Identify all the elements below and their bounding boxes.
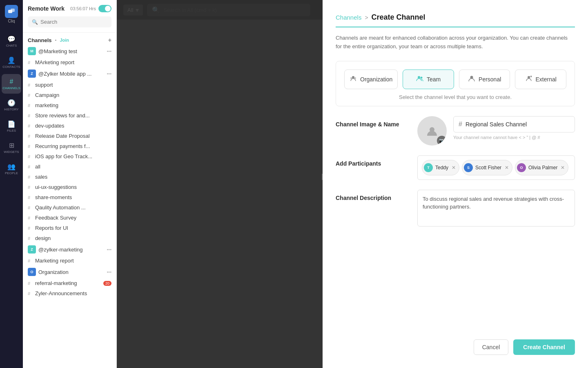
list-item[interactable]: # Store reviews for and...: [23, 110, 116, 121]
search-box[interactable]: 🔍: [28, 16, 111, 27]
channel-list: M @Marketing test ••• # MArketing report…: [23, 45, 116, 368]
list-item[interactable]: M @Marketing test •••: [23, 45, 116, 57]
nav-item-chats[interactable]: 💬 CHATS: [2, 31, 21, 51]
create-channel-button[interactable]: Create Channel: [513, 339, 575, 355]
modal-description: Channels are meant for enhanced collabor…: [336, 34, 575, 51]
cancel-button[interactable]: Cancel: [474, 339, 509, 355]
search-input[interactable]: [40, 19, 107, 25]
list-item[interactable]: # share-moments: [23, 192, 116, 202]
panel-header: Remote Work 03:56:07 Hrs 🔍: [23, 0, 116, 33]
participants-section: Add Participants T Teddy ✕ S Scott Fishe…: [336, 155, 575, 180]
description-input[interactable]: To discuss regional sales and revenue st…: [417, 190, 575, 227]
list-item[interactable]: # dev-updates: [23, 121, 116, 131]
list-item[interactable]: # Recurring payments f...: [23, 141, 116, 151]
channels-title: Channels: [28, 37, 52, 43]
participant-avatar-scott: S: [464, 163, 473, 172]
description-section: Channel Description To discuss regional …: [336, 190, 575, 227]
channel-name-input-wrap[interactable]: #: [453, 116, 575, 132]
personal-icon: [468, 75, 475, 83]
team-icon: [416, 75, 423, 83]
list-item[interactable]: # design: [23, 233, 116, 243]
list-item[interactable]: # Qaulity Automation ...: [23, 202, 116, 213]
participant-tag-teddy: T Teddy ✕: [422, 160, 459, 175]
nav-item-contacts[interactable]: 👤 CONTACTS: [2, 53, 21, 72]
external-icon: [525, 75, 532, 83]
channel-name-input[interactable]: [466, 121, 570, 128]
type-label-external: External: [536, 76, 557, 83]
list-item[interactable]: # ui-ux-suggestions: [23, 182, 116, 192]
channel-name-container: # Your channel name cannot have < > " | …: [453, 116, 575, 140]
participant-tag-olivia: O Olivia Palmer ✕: [515, 160, 568, 175]
modal-footer: Cancel Create Channel: [336, 326, 575, 355]
svg-point-5: [418, 76, 420, 79]
participant-name-teddy: Teddy: [435, 165, 448, 171]
list-item[interactable]: # support: [23, 80, 116, 90]
chats-icon: 💬: [7, 35, 16, 43]
list-item[interactable]: # Release Date Proposal: [23, 131, 116, 141]
breadcrumb-link[interactable]: Channels: [336, 14, 361, 21]
nav-item-files[interactable]: 📄 FILES: [2, 117, 21, 136]
type-label-organization: Organization: [360, 76, 392, 83]
participants-label: Add Participants: [336, 155, 409, 167]
list-item[interactable]: # Reports for UI: [23, 223, 116, 233]
modal-title: Create Channel: [372, 13, 425, 22]
nav-item-channels[interactable]: # CHANNELS: [2, 74, 21, 94]
participant-avatar-olivia: O: [517, 163, 526, 172]
list-item[interactable]: # Marketing report: [23, 256, 116, 266]
breadcrumb-separator: >: [365, 14, 368, 21]
type-selector-container: Organization Team Personal: [336, 61, 575, 106]
workspace-toggle[interactable]: [98, 5, 111, 12]
participants-box[interactable]: T Teddy ✕ S Scott Fisher ✕ O Olivia Palm…: [417, 155, 575, 180]
files-icon: 📄: [7, 120, 16, 128]
list-item[interactable]: # marketing: [23, 100, 116, 110]
list-item[interactable]: Z @Zylker Mobile app ... •••: [23, 67, 116, 80]
logo-icon: [5, 5, 18, 18]
image-name-label: Channel Image & Name: [336, 116, 409, 128]
camera-overlay-icon: 📷: [437, 136, 447, 146]
workspace-name: Remote Work: [28, 5, 65, 12]
search-icon: 🔍: [32, 19, 38, 25]
participant-remove-scott[interactable]: ✕: [505, 165, 509, 171]
participant-remove-olivia[interactable]: ✕: [561, 165, 565, 171]
list-item[interactable]: # Campaign: [23, 90, 116, 100]
list-item[interactable]: # MArketing report: [23, 57, 116, 67]
list-item[interactable]: # all: [23, 162, 116, 172]
type-note: Select the channel level that you want t…: [344, 89, 566, 102]
channels-header: Channels • Join +: [23, 33, 116, 45]
add-channel-button[interactable]: +: [108, 37, 111, 43]
participant-remove-teddy[interactable]: ✕: [452, 165, 456, 171]
main-area: All ▾ 🔍 ✕ Laughing at our Laughing a Cha…: [117, 0, 588, 368]
hash-symbol: #: [459, 121, 462, 128]
type-label-team: Team: [427, 76, 441, 83]
svg-rect-1: [11, 9, 15, 12]
join-link[interactable]: Join: [60, 38, 69, 43]
list-item[interactable]: Z @zylker-marketing •••: [23, 243, 116, 256]
type-option-external[interactable]: External: [515, 70, 566, 89]
nav-item-people[interactable]: 👥 PEOPLE: [2, 159, 21, 179]
type-option-personal[interactable]: Personal: [459, 70, 510, 89]
type-option-team[interactable]: Team: [403, 70, 454, 89]
list-item[interactable]: # referral-marketing 20: [23, 278, 116, 288]
participant-avatar-teddy: T: [424, 163, 433, 172]
list-item[interactable]: O Organization •••: [23, 266, 116, 278]
type-option-organization[interactable]: Organization: [344, 70, 398, 89]
channel-panel: Remote Work 03:56:07 Hrs 🔍 Channels • Jo…: [23, 0, 117, 368]
image-name-row: 📷 # Your channel name cannot have < > " …: [417, 116, 575, 146]
organization-icon: [350, 75, 357, 84]
svg-point-6: [421, 77, 423, 79]
channel-image-upload[interactable]: 📷: [417, 116, 447, 146]
type-label-personal: Personal: [479, 76, 501, 83]
list-item[interactable]: # Zyler-Announcements: [23, 288, 116, 298]
person-icon: [425, 124, 439, 137]
icon-sidebar: Cliq 💬 CHATS 👤 CONTACTS # CHANNELS 🕐 HIS…: [0, 0, 23, 368]
app-logo[interactable]: Cliq: [5, 5, 18, 23]
channel-name-hint: Your channel name cannot have < > " | @ …: [453, 135, 575, 140]
nav-item-history[interactable]: 🕐 HISTORY: [2, 95, 21, 115]
svg-point-3: [350, 77, 352, 79]
nav-item-widgets[interactable]: ⊞ WIDGETS: [2, 138, 21, 157]
workspace-time: 03:56:07 Hrs: [70, 6, 96, 11]
list-item[interactable]: # Feedback Survey: [23, 213, 116, 223]
list-item[interactable]: # sales: [23, 172, 116, 182]
participant-name-olivia: Olivia Palmer: [528, 165, 557, 171]
list-item[interactable]: # iOS app for Geo Track...: [23, 151, 116, 162]
